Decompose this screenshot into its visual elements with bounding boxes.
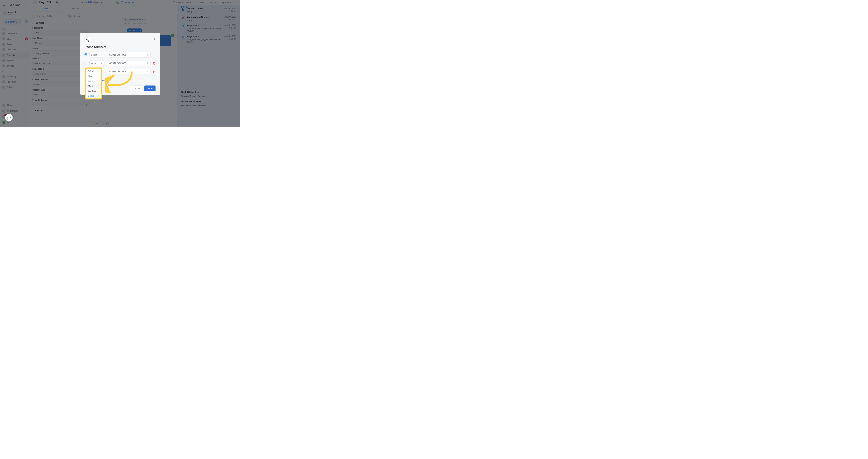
save-button[interactable]: Save — [145, 86, 156, 91]
dnd-icon[interactable]: ⇅ — [147, 53, 149, 56]
close-icon[interactable]: ✕ — [153, 37, 156, 41]
cancel-button[interactable]: Cancel — [130, 86, 143, 91]
dnd-icon[interactable]: ⇅ — [147, 62, 149, 64]
delete-phone-icon[interactable] — [153, 62, 156, 64]
phone-row: Work⌄ +63 910 965 7033⇅ — [85, 60, 155, 66]
dropdown-option-home[interactable]: Home — [86, 74, 101, 79]
primary-radio[interactable] — [85, 62, 87, 64]
chevron-down-icon: ⌄ — [97, 70, 99, 72]
phone-row: Select⌄ +63 910 965 7035⇅ — [85, 52, 155, 58]
phone-number-input[interactable]: +63 910 965 7035⇅ — [106, 52, 151, 58]
dropdown-trigger[interactable]: Select⌄ — [86, 68, 101, 74]
dropdown-option-landline[interactable]: Landline — [86, 89, 101, 93]
phone-number-input[interactable]: +63 910 965 7031⇅ — [106, 69, 151, 75]
modal-title: Phone Numbers — [85, 46, 155, 49]
phone-type-select[interactable]: Select⌄ — [89, 52, 104, 58]
phone-modal-icon — [85, 37, 91, 44]
dropdown-option-work[interactable]: Work — [86, 79, 101, 84]
phone-type-dropdown-highlight: Select⌄ Home Work Mobile Landline Select… — [85, 67, 102, 99]
primary-radio[interactable] — [85, 53, 87, 56]
dropdown-option-mobile[interactable]: Mobile — [86, 84, 101, 88]
check-icon: ✓ — [97, 95, 99, 97]
dropdown-option-select[interactable]: Select✓ — [86, 93, 101, 98]
dnd-icon[interactable]: ⇅ — [147, 70, 149, 73]
delete-phone-icon[interactable] — [153, 70, 156, 73]
chat-widget-button[interactable] — [5, 114, 13, 121]
phone-type-select[interactable]: Work⌄ — [89, 60, 104, 66]
phone-number-input[interactable]: +63 910 965 7033⇅ — [106, 60, 151, 66]
